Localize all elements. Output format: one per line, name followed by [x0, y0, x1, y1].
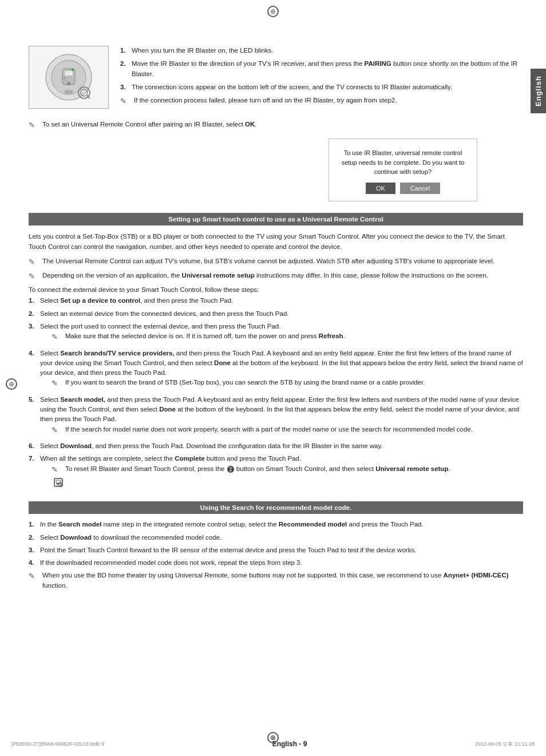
instructions-right: 1. When you turn the IR Blaster on, the … [120, 46, 523, 110]
footer-file-info: [PE8000-ZT]BN68-04062F-03L03.indb 9 [11, 741, 104, 747]
step4-note-icon: ✎ [52, 378, 62, 389]
step-6: 6. Select Download, and then press the T… [29, 441, 523, 451]
footer-page-number: English - 9 [104, 740, 475, 748]
step7-subnote: ✎ To reset IR Blaster and Smart Touch Co… [52, 464, 450, 476]
side-tab-english: English [531, 69, 546, 113]
step-4: 4. Select Search brands/TV service provi… [29, 349, 523, 392]
step-3: 3. Select the port used to connect the e… [29, 322, 523, 346]
dialog-message: To use IR Blaster, universal remote cont… [337, 148, 469, 177]
step-1: 1. Select Set up a device to control, an… [29, 296, 523, 306]
dialog-buttons: OK Cancel [337, 183, 469, 194]
top-registration-mark: ⊕ [267, 5, 279, 17]
svg-text:IR: IR [64, 77, 66, 80]
sec2-step-1: 1. In the Search model name step in the … [29, 520, 523, 529]
section1-steps-list: 1. Select Set up a device to control, an… [29, 296, 523, 490]
step-5: 5. Select Search model, and then press t… [29, 395, 523, 438]
footer-timestamp: 2012-09-05 오후 11:11:28 [475, 741, 535, 748]
section1-header: Setting up Smart touch control to use as… [29, 213, 523, 225]
sec2-step-4: 4. If the downloaded recommended model c… [29, 558, 523, 568]
step5-note-icon: ✎ [52, 425, 62, 436]
dialog-ok-button[interactable]: OK [366, 183, 395, 194]
instruction-1: 1. When you turn the IR Blaster on, the … [120, 46, 523, 56]
section1-note1: ✎ The Universal Remote Control can adjus… [29, 256, 523, 268]
section2-header: Using the Search for recommended model c… [29, 501, 523, 514]
section2-note: ✎ When you use the BD home theater by us… [29, 571, 523, 591]
instruction-3: 3. The connection icons appear on the bo… [120, 82, 523, 92]
note-icon-4: ✎ [29, 271, 39, 282]
section1: Setting up Smart touch control to use as… [29, 213, 523, 490]
bottom-registration-mark: ⊕ [267, 732, 279, 743]
device-image: IR [29, 46, 109, 109]
step7-note-icon: ✎ [52, 464, 62, 476]
note-icon-2: ✎ [29, 120, 39, 131]
page-wrapper: ⊕ ⊕ English [0, 0, 546, 756]
sec2-note-icon: ✎ [29, 571, 39, 591]
svg-rect-13 [230, 470, 232, 472]
section2-steps-list: 1. In the Search model name step in the … [29, 520, 523, 568]
step3-note-icon: ✎ [52, 331, 62, 343]
note-icon-3: ✎ [29, 256, 39, 268]
sec2-step-2: 2. Select Download to download the recom… [29, 533, 523, 543]
top-section: IR 1. When you turn the IR Blaster on, t… [29, 46, 523, 110]
svg-point-4 [67, 82, 70, 85]
step5-subnote: ✎ If the search for model name does not … [52, 425, 523, 436]
below-image-note: ✎ To set an Universal Remote Control aft… [29, 120, 523, 131]
note-icon: ✎ [120, 96, 130, 107]
section2: Using the Search for recommended model c… [29, 501, 523, 591]
svg-point-6 [72, 69, 74, 71]
sec2-step-3: 3. Point the Smart Touch Control forward… [29, 545, 523, 555]
main-content: IR 1. When you turn the IR Blaster on, t… [17, 46, 535, 591]
dialog-box: To use IR Blaster, universal remote cont… [329, 138, 477, 201]
instruction-2: 2. Move the IR Blaster to the direction … [120, 59, 523, 79]
step4-subnote: ✎ If you want to search the brand of STB… [52, 378, 523, 389]
instruction-note: ✎ If the connection process failed, plea… [120, 96, 523, 107]
step3-subnote: ✎ Make sure that the selected device is … [52, 331, 345, 343]
steps-intro: To connect the external device to your S… [29, 286, 523, 293]
svg-rect-5 [65, 90, 73, 93]
section1-intro: Lets you control a Set-Top-Box (STB) or … [29, 231, 523, 252]
step-2: 2. Select an external device from the co… [29, 309, 523, 319]
left-registration-mark: ⊕ [6, 378, 17, 390]
step-7: 7. When all the settings are complete, s… [29, 454, 523, 490]
dialog-cancel-button[interactable]: Cancel [400, 183, 440, 194]
svg-point-12 [230, 467, 232, 469]
section1-note2: ✎ Depending on the version of an applica… [29, 271, 523, 282]
svg-rect-3 [65, 71, 73, 76]
